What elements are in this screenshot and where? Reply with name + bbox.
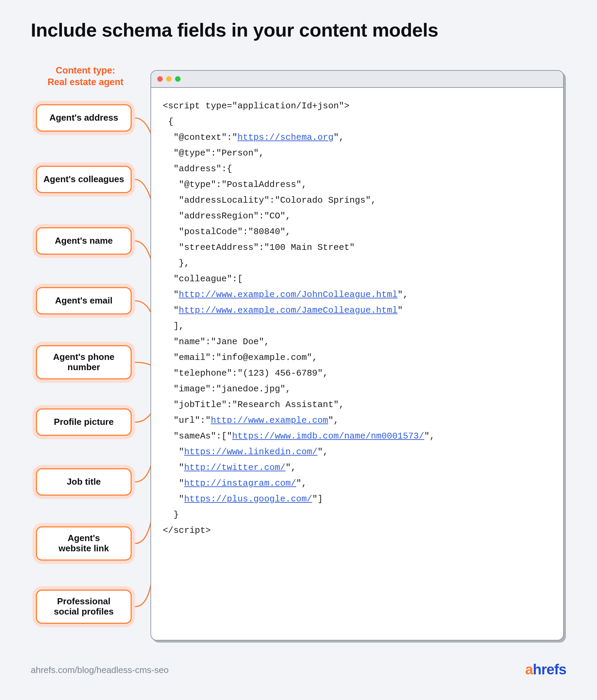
schema-org-link[interactable]: https://schema.org: [237, 132, 333, 143]
code-line: "telephone":"(123) 456-6789",: [163, 368, 328, 378]
code-text: ",: [333, 132, 344, 143]
field-pill-picture: Profile picture: [32, 405, 135, 439]
code-text: ",: [328, 415, 339, 426]
sameas-link-1[interactable]: https://www.linkedin.com/: [184, 447, 317, 457]
code-text: "]: [312, 494, 323, 504]
code-line: "postalCode":"80840",: [163, 227, 291, 237]
field-label: Agent's email: [36, 287, 132, 314]
field-pill-name: Agent's name: [32, 224, 135, 258]
field-pill-website: Agent'swebsite link: [32, 523, 135, 564]
logo-letter-a: a: [525, 661, 533, 677]
code-line: "streetAddress":"100 Main Street": [163, 242, 355, 253]
code-text: ": [163, 478, 184, 488]
code-line: {: [163, 117, 173, 127]
content-type-line1: Content type:: [56, 65, 115, 76]
code-line: "colleague":[: [163, 274, 243, 284]
code-block: <script type="application/Id+json"> { "@…: [151, 88, 563, 549]
colleague-link-2[interactable]: http://www.example.com/JameColleague.htm…: [179, 305, 398, 315]
code-text: ": [163, 462, 184, 473]
field-pill-phone: Agent's phonenumber: [32, 342, 135, 383]
field-label: Professionalsocial profiles: [36, 590, 132, 624]
source-url: ahrefs.com/blog/headless-cms-seo: [31, 665, 169, 675]
code-line: "@context":": [163, 132, 237, 143]
code-line: </script>: [163, 525, 211, 536]
code-line: "email":"info@example.com",: [163, 352, 317, 363]
code-line: "image":"janedoe.jpg",: [163, 384, 291, 394]
field-label: Job title: [36, 468, 132, 496]
content-type-label: Content type: Real estate agent: [39, 65, 132, 88]
code-line: },: [163, 258, 189, 268]
field-label: Agent's address: [36, 104, 132, 132]
code-text: "url":": [163, 415, 211, 426]
field-label: Agent's phonenumber: [36, 345, 132, 379]
logo-rest: hrefs: [533, 661, 566, 677]
code-line: "@type":"PostalAddress",: [163, 179, 307, 190]
minimize-icon[interactable]: [166, 76, 172, 82]
code-text: ": [398, 305, 403, 315]
field-label: Agent'swebsite link: [36, 526, 132, 561]
code-text: ": [163, 305, 179, 315]
code-line: "@type":"Person",: [163, 148, 264, 158]
field-label: Agent's name: [36, 227, 132, 255]
field-pill-social: Professionalsocial profiles: [32, 586, 135, 627]
code-text: ",: [318, 447, 328, 457]
code-line: "addressRegion":"CO",: [163, 211, 291, 221]
maximize-icon[interactable]: [175, 76, 181, 82]
field-pill-address: Agent's address: [32, 101, 135, 135]
code-text: ",: [296, 478, 307, 488]
sameas-link-4[interactable]: https://plus.google.com/: [184, 494, 312, 504]
code-line: "jobTitle":"Research Assistant",: [163, 400, 344, 410]
code-line: <script type="application/Id+json">: [163, 101, 349, 111]
field-pill-email: Agent's email: [32, 284, 135, 318]
code-line: "name":"Jane Doe",: [163, 337, 269, 347]
ahrefs-logo: ahrefs: [525, 661, 566, 678]
page-title: Include schema fields in your content mo…: [31, 19, 438, 41]
field-pill-jobtitle: Job title: [32, 465, 135, 499]
code-text: "sameAs":[": [163, 431, 232, 441]
code-text: ": [163, 290, 179, 300]
code-text: ": [163, 494, 184, 504]
code-window: <script type="application/Id+json"> { "@…: [150, 70, 564, 641]
code-line: "address":{: [163, 164, 232, 174]
code-line: "addressLocality":"Colorado Springs",: [163, 195, 376, 205]
agent-url-link[interactable]: http://www.example.com: [211, 415, 328, 426]
field-label: Profile picture: [36, 408, 132, 436]
sameas-link-3[interactable]: http://instagram.com/: [184, 478, 296, 488]
field-pill-colleagues: Agent's colleagues: [32, 162, 135, 197]
code-text: ": [163, 447, 184, 457]
code-line: }: [163, 510, 179, 520]
close-icon[interactable]: [157, 76, 163, 82]
code-text: ",: [424, 431, 435, 441]
field-label: Agent's colleagues: [36, 166, 132, 193]
content-type-line2: Real estate agent: [48, 77, 123, 87]
code-text: ",: [286, 462, 296, 473]
code-line: ],: [163, 321, 184, 331]
sameas-link-0[interactable]: https://www.imdb.com/name/nm0001573/: [232, 431, 424, 441]
code-text: ",: [398, 290, 408, 300]
window-titlebar: [151, 71, 563, 88]
sameas-link-2[interactable]: http://twitter.com/: [184, 462, 285, 473]
colleague-link-1[interactable]: http://www.example.com/JohnColleague.htm…: [179, 290, 398, 300]
